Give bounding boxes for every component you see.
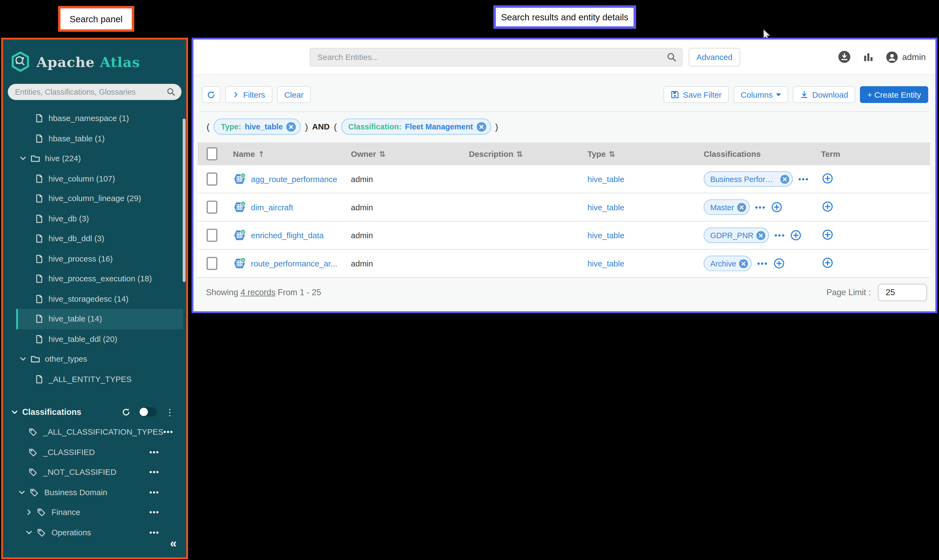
classification-chip[interactable]: Business Performa... bbox=[704, 171, 793, 187]
add-term-icon[interactable] bbox=[822, 257, 833, 268]
entity-name-link[interactable]: dim_aircraft bbox=[251, 203, 293, 212]
entity-type-link[interactable]: hive_table bbox=[588, 231, 625, 240]
entity-name-link[interactable]: route_performance_ar... bbox=[251, 259, 337, 268]
classification-tree-item[interactable]: Operations ••• bbox=[18, 522, 183, 542]
entity-type-tree-item[interactable]: hive_storagedesc (14) bbox=[18, 289, 183, 309]
classification-tree-item[interactable]: _CLASSIFIED ••• bbox=[18, 442, 183, 462]
table-header-cell[interactable]: Term bbox=[814, 149, 930, 158]
entity-type-tree-item[interactable]: hive_db (3) bbox=[18, 209, 183, 229]
item-options-icon[interactable]: ••• bbox=[149, 508, 159, 517]
classification-chip[interactable]: Archive bbox=[704, 255, 752, 271]
row-checkbox[interactable] bbox=[206, 200, 217, 214]
statistics-icon[interactable] bbox=[862, 51, 874, 63]
classification-tree-item[interactable]: _ALL_CLASSIFICATION_TYPES ••• bbox=[18, 422, 183, 442]
sort-icon[interactable]: ⇅ bbox=[609, 149, 615, 158]
entity-type-tree-item[interactable]: hive_table_ddl (20) bbox=[18, 329, 183, 349]
entity-type-tree-item[interactable]: hbase_table (1) bbox=[18, 128, 183, 148]
entity-type-tree-item[interactable]: hive_process (16) bbox=[18, 249, 183, 269]
sidebar-search-input[interactable] bbox=[8, 84, 182, 100]
entity-search-input[interactable] bbox=[309, 48, 683, 66]
item-options-icon[interactable]: ••• bbox=[163, 428, 173, 437]
table-header-cell[interactable]: Classifications bbox=[696, 149, 814, 158]
entity-type-tree-item[interactable]: hive_column_lineage (29) bbox=[18, 189, 183, 209]
entity-type-link[interactable]: hive_table bbox=[588, 203, 625, 212]
entity-type-tree-item[interactable]: hive_column (107) bbox=[18, 168, 183, 189]
chevron-icon[interactable] bbox=[25, 508, 34, 516]
chevron-icon[interactable] bbox=[18, 488, 26, 496]
search-icon[interactable] bbox=[667, 52, 677, 62]
remove-classification-icon[interactable] bbox=[780, 174, 789, 183]
classification-tree-item[interactable]: Finance ••• bbox=[18, 502, 183, 522]
more-classifications-icon[interactable]: ••• bbox=[774, 231, 785, 240]
refresh-icon[interactable] bbox=[122, 408, 131, 417]
columns-button[interactable]: Columns bbox=[734, 86, 788, 103]
entity-type-tree-item[interactable]: other_types bbox=[18, 349, 183, 369]
item-options-icon[interactable]: ••• bbox=[149, 468, 159, 477]
remove-filter-icon[interactable] bbox=[286, 122, 296, 131]
add-classification-icon[interactable] bbox=[771, 202, 782, 213]
more-classifications-icon[interactable]: ••• bbox=[798, 174, 809, 183]
remove-classification-icon[interactable] bbox=[739, 259, 748, 268]
entity-name-link[interactable]: agg_route_performance bbox=[251, 174, 337, 183]
page-limit-input[interactable] bbox=[878, 283, 927, 301]
more-classifications-icon[interactable]: ••• bbox=[755, 203, 766, 212]
chevron-down-icon[interactable] bbox=[19, 355, 28, 363]
table-header-cell[interactable]: Owner ⇅ bbox=[344, 149, 462, 158]
classification-view-toggle[interactable] bbox=[139, 407, 157, 417]
remove-filter-icon[interactable] bbox=[477, 122, 486, 131]
entity-type-link[interactable]: hive_table bbox=[588, 259, 625, 268]
add-classification-icon[interactable] bbox=[791, 230, 802, 241]
classification-chip[interactable]: GDPR_PNR bbox=[704, 228, 769, 243]
add-term-icon[interactable] bbox=[822, 201, 833, 212]
classification-tree-item[interactable]: _NOT_CLASSIFIED ••• bbox=[18, 462, 183, 482]
remove-classification-icon[interactable] bbox=[756, 231, 765, 240]
row-checkbox[interactable] bbox=[206, 257, 217, 270]
item-options-icon[interactable]: ••• bbox=[149, 528, 159, 537]
chevron-down-icon[interactable] bbox=[19, 155, 28, 163]
table-header-cell[interactable]: Name ↑ bbox=[226, 149, 344, 158]
entity-type-tree-item[interactable]: hive_table (14) bbox=[16, 309, 183, 329]
entity-name-link[interactable]: enriched_flight_data bbox=[251, 231, 324, 240]
filters-button[interactable]: Filters bbox=[225, 86, 272, 103]
row-checkbox[interactable] bbox=[206, 229, 217, 242]
about-download-icon[interactable] bbox=[837, 50, 851, 63]
more-classifications-icon[interactable]: ••• bbox=[757, 259, 768, 268]
filter-chip[interactable]: Classification: Fleet Management bbox=[341, 118, 491, 135]
kebab-menu-icon[interactable]: ⋮ bbox=[165, 408, 174, 417]
clear-button[interactable]: Clear bbox=[277, 86, 311, 103]
add-classification-icon[interactable] bbox=[773, 258, 784, 269]
chevron-down-icon[interactable] bbox=[11, 408, 19, 416]
add-term-icon[interactable] bbox=[822, 229, 833, 240]
sort-icon[interactable]: ⇅ bbox=[379, 149, 386, 158]
classification-tree-item[interactable]: Business Domain ••• bbox=[18, 482, 183, 502]
entity-type-link[interactable]: hive_table bbox=[588, 174, 625, 183]
sort-icon[interactable]: ↑ bbox=[258, 149, 265, 158]
create-entity-button[interactable]: + Create Entity bbox=[860, 86, 928, 103]
select-all-checkbox[interactable] bbox=[206, 147, 217, 161]
download-button[interactable]: Download bbox=[793, 86, 856, 103]
save-filter-button[interactable]: Save Filter bbox=[664, 86, 729, 103]
entity-type-tree-item[interactable]: hbase_namespace (1) bbox=[18, 108, 183, 128]
entity-type-tree-item[interactable]: hive (224) bbox=[18, 148, 183, 168]
chevron-icon[interactable] bbox=[25, 529, 34, 536]
item-options-icon[interactable]: ••• bbox=[149, 448, 159, 457]
filter-chip[interactable]: Type: hive_table bbox=[214, 118, 301, 135]
records-count-link[interactable]: 4 records bbox=[240, 287, 276, 297]
advanced-button[interactable]: Advanced bbox=[689, 48, 740, 66]
item-options-icon[interactable]: ••• bbox=[149, 488, 159, 497]
classification-chip[interactable]: Master bbox=[704, 199, 750, 215]
user-menu[interactable]: admin bbox=[885, 51, 926, 63]
sidebar-scrollbar[interactable] bbox=[183, 118, 186, 282]
table-header-cell[interactable]: Type ⇅ bbox=[580, 149, 696, 158]
classifications-header[interactable]: Classifications ⋮ bbox=[11, 402, 174, 422]
entity-type-tree-item[interactable]: hive_process_execution (18) bbox=[18, 269, 183, 289]
sort-icon[interactable]: ⇅ bbox=[516, 149, 523, 158]
collapse-sidebar-icon[interactable]: « bbox=[170, 536, 177, 550]
entity-type-tree-item[interactable]: hive_db_ddl (3) bbox=[18, 229, 183, 249]
remove-classification-icon[interactable] bbox=[737, 203, 746, 212]
row-checkbox[interactable] bbox=[206, 172, 217, 186]
refresh-results-button[interactable] bbox=[202, 86, 220, 103]
add-term-icon[interactable] bbox=[822, 173, 833, 184]
table-header-cell[interactable]: Description ⇅ bbox=[462, 149, 580, 158]
app-logo[interactable]: Apache Atlas bbox=[3, 40, 186, 72]
